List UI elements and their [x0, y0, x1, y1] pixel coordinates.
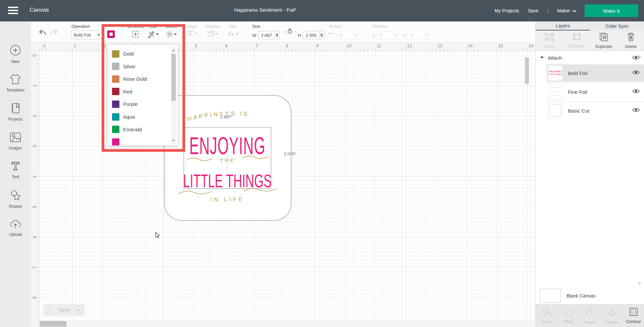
rotate-field[interactable]: 0: [337, 31, 359, 39]
sidebar-item-label: Images: [9, 146, 22, 150]
tab-layers[interactable]: Layers: [536, 21, 590, 30]
layer-name: Basic Cut: [568, 108, 627, 114]
layer-row-basic-cut[interactable]: Basic Cut: [547, 102, 644, 119]
h-ruler-number: 5: [195, 43, 197, 48]
group-button[interactable]: Group: [536, 30, 563, 51]
x-label: X: [372, 33, 375, 38]
sidebar-item-shapes[interactable]: Shapes: [0, 186, 31, 213]
sidebar-item-text[interactable]: Text: [0, 157, 31, 184]
color-option-emerald[interactable]: Emerald: [108, 123, 170, 136]
tool-label: Flatten: [605, 320, 618, 325]
align-caret-icon: [195, 33, 198, 35]
sidebar-item-upload[interactable]: Upload: [0, 215, 31, 242]
flatten-tool-button[interactable]: Flatten: [601, 305, 623, 327]
ungroup-button[interactable]: UnGroup: [563, 30, 590, 51]
zoom-out-button[interactable]: −: [45, 306, 53, 314]
hamburger-menu-icon[interactable]: [8, 7, 18, 15]
deselect-icon: [132, 30, 139, 38]
layer-color-swatch-button[interactable]: [107, 30, 115, 38]
sidebar-item-images[interactable]: Images: [0, 128, 31, 155]
arrange-icon: [207, 30, 215, 37]
weld-tool-button[interactable]: Weld: [557, 305, 579, 327]
flip-button[interactable]: Flip: [227, 24, 238, 37]
attach-group-header[interactable]: Attach: [536, 51, 644, 64]
color-option-silver[interactable]: Silver: [108, 60, 170, 73]
blank-canvas-row[interactable]: Blank Canvas: [536, 287, 644, 304]
dropdown-scrollbar[interactable]: [171, 47, 176, 144]
action-label: Group: [544, 44, 555, 49]
attach-tool-button[interactable]: Attach: [579, 305, 601, 327]
deselect-button[interactable]: Deselect: [127, 24, 144, 38]
width-field[interactable]: 2.887: [258, 31, 280, 39]
color-option-red[interactable]: Red: [108, 85, 170, 98]
undo-icon[interactable]: [38, 29, 47, 36]
x-input: 0: [377, 31, 393, 39]
tab-color-sync[interactable]: Color Sync: [590, 21, 644, 30]
color-swatch-icon: [112, 101, 119, 108]
zoom-in-button[interactable]: +: [75, 306, 83, 314]
canvas-horizontal-scrollbar-track[interactable]: [31, 321, 535, 327]
rotate-stepper[interactable]: [354, 31, 359, 39]
collapse-triangle-icon[interactable]: [540, 57, 544, 59]
attach-clip-icon: [586, 307, 594, 318]
color-option-aqua[interactable]: Aqua: [108, 111, 170, 123]
height-field[interactable]: 2.005: [303, 31, 324, 39]
offset-icon: [166, 30, 173, 38]
templates-shirt-icon: [10, 74, 21, 86]
duplicate-button[interactable]: Duplicate: [590, 30, 617, 51]
layer-row-fine-foil[interactable]: Fine Foil: [547, 83, 644, 101]
sidebar-item-new[interactable]: New: [0, 41, 31, 68]
tool-label: Weld: [564, 319, 573, 324]
eye-visibility-icon[interactable]: [632, 70, 644, 76]
design-artwork[interactable]: HAPPINESS IS ENJOYING THE LITTLE THINGS …: [164, 95, 292, 221]
blank-canvas-swatch[interactable]: [540, 289, 561, 303]
contour-tool-button[interactable]: Contour: [623, 305, 644, 327]
rotate-input: 0: [337, 31, 354, 39]
layer-row-bold-foil[interactable]: ENJOYINGLITTLE THINGS Bold Foil: [547, 64, 644, 82]
y-stepper[interactable]: [424, 31, 429, 39]
panel-scroll-up-icon[interactable]: [638, 55, 641, 57]
slice-tool-button[interactable]: Slice: [536, 305, 557, 327]
arrange-button[interactable]: Arrange: [205, 24, 220, 37]
eye-visibility-icon[interactable]: [632, 107, 644, 114]
h-ruler-number: 13: [437, 43, 442, 48]
operation-label: Operation: [71, 24, 90, 29]
x-stepper[interactable]: [393, 31, 399, 39]
canvas-vertical-scrollbar[interactable]: [525, 57, 529, 84]
redo-icon[interactable]: [50, 29, 58, 36]
y-label: Y: [403, 33, 406, 38]
delete-button[interactable]: Delete: [617, 30, 644, 51]
operation-select[interactable]: Bold Foil: [71, 30, 103, 39]
color-option-rose-gold[interactable]: Rose Gold: [108, 73, 170, 85]
x-field[interactable]: 0: [377, 31, 399, 39]
my-projects-link[interactable]: My Projects: [494, 8, 519, 13]
edit-button[interactable]: Edit: [148, 24, 159, 38]
v-ruler-number: 6: [32, 235, 37, 240]
layer-thumbnail: [548, 103, 562, 118]
offset-button[interactable]: Offset: [166, 24, 177, 38]
scroll-down-icon[interactable]: [172, 140, 175, 142]
sidebar-item-templates[interactable]: Templates: [0, 70, 31, 97]
align-button[interactable]: Align: [187, 24, 198, 37]
color-option-label: Purple: [123, 101, 138, 107]
color-option-gold[interactable]: Gold: [108, 48, 170, 60]
y-field[interactable]: 0: [408, 31, 429, 39]
width-stepper[interactable]: [274, 31, 280, 39]
canvas-horizontal-scrollbar-thumb[interactable]: [40, 321, 66, 327]
h-ruler-number: 1: [73, 43, 76, 48]
panel-scroll-down-icon[interactable]: [638, 282, 641, 285]
size-label: Size: [252, 24, 260, 29]
design-canvas[interactable]: 012345678910111213141516 012345678 HAPPI…: [31, 43, 535, 327]
scroll-up-icon[interactable]: [172, 49, 175, 51]
make-it-button[interactable]: Make It: [585, 4, 638, 17]
height-input: 2.005: [303, 31, 319, 39]
width-label: W: [252, 33, 256, 38]
color-option-purple[interactable]: Purple: [108, 98, 170, 110]
eye-visibility-icon[interactable]: [632, 88, 644, 95]
dropdown-scrollbar-thumb[interactable]: [171, 54, 176, 101]
color-option-partial[interactable]: [108, 136, 170, 146]
save-link[interactable]: Save: [528, 8, 539, 13]
sidebar-item-projects[interactable]: Projects: [0, 99, 31, 126]
blank-canvas-label: Blank Canvas: [567, 293, 595, 299]
machine-selector[interactable]: Maker: [557, 8, 576, 13]
